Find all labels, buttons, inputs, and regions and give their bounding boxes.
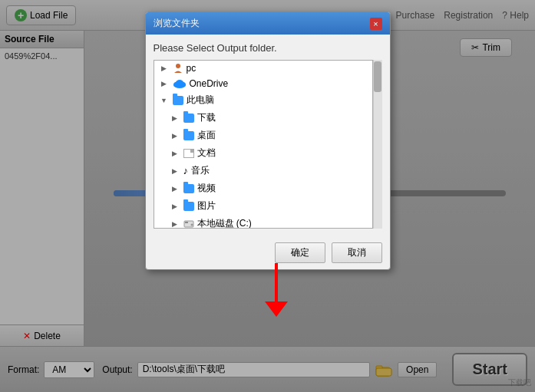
folder-icon-thispc	[173, 96, 183, 105]
modal-overlay: 浏览文件夹 × Please Select Output folder. ▶	[0, 0, 535, 392]
doc-icon	[183, 149, 194, 158]
expand-icon-pc: ▶	[159, 63, 170, 74]
scrollbar-thumb[interactable]	[374, 61, 381, 92]
folder-icon-desktop	[183, 131, 194, 140]
cancel-button[interactable]: 取消	[332, 242, 382, 263]
svg-point-20	[190, 223, 193, 226]
tree-label-onedrive: OneDrive	[190, 78, 229, 89]
tree-item-video[interactable]: ▶ 视频	[154, 180, 372, 197]
tree-scrollbar[interactable]	[373, 60, 382, 229]
tree-label-pictures: 图片	[197, 199, 216, 212]
tree-label-desktop: 桌面	[197, 129, 216, 142]
expand-icon-desktop: ▶	[170, 130, 180, 141]
confirm-button[interactable]: 确定	[275, 242, 325, 263]
drive-c-icon	[183, 219, 194, 229]
expand-icon-video: ▶	[170, 183, 180, 194]
dialog-body: Please Select Output folder. ▶ pc	[146, 35, 390, 236]
tree-item-music[interactable]: ▶ ♪ 音乐	[154, 162, 372, 180]
expand-icon-downloads: ▶	[170, 113, 180, 124]
tree-item-onedrive[interactable]: ▶ OneDrive	[154, 76, 372, 91]
tree-item-pc[interactable]: ▶ pc	[154, 61, 372, 76]
expand-icon-thispc: ▼	[159, 95, 170, 106]
tree-item-drive-c[interactable]: ▶ 本地磁盘 (C:)	[154, 215, 372, 229]
svg-point-17	[176, 80, 183, 86]
person-icon	[173, 63, 183, 74]
dialog-prompt: Please Select Output folder.	[154, 42, 382, 54]
expand-icon-onedrive: ▶	[159, 78, 170, 89]
folder-icon-downloads	[183, 114, 194, 123]
expand-icon-drive-c: ▶	[170, 219, 180, 229]
tree-item-pictures[interactable]: ▶ 图片	[154, 197, 372, 215]
browse-folder-dialog: 浏览文件夹 × Please Select Output folder. ▶	[145, 12, 391, 270]
tree-scroll-wrapper: ▶ pc ▶	[154, 60, 382, 229]
tree-label-video: 视频	[197, 182, 216, 195]
tree-label-downloads: 下载	[197, 111, 216, 124]
music-folder-icon: ♪	[183, 165, 189, 176]
tree-container: ▶ pc ▶	[154, 60, 373, 229]
tree-label-music: 音乐	[191, 164, 210, 177]
folder-icon-pictures	[183, 202, 194, 211]
svg-rect-19	[185, 222, 188, 223]
tree-label-documents: 文档	[197, 147, 216, 160]
dialog-footer: 确定 取消	[146, 236, 390, 269]
app-container: + Load File Purchase Registration ? Help…	[0, 0, 535, 392]
dialog-title: 浏览文件夹	[154, 17, 200, 30]
expand-icon-pictures: ▶	[170, 201, 180, 212]
tree-item-downloads[interactable]: ▶ 下载	[154, 109, 372, 127]
folder-icon-video	[183, 184, 194, 193]
tree-label-thispc: 此电脑	[187, 94, 214, 107]
tree-item-thispc[interactable]: ▼ 此电脑	[154, 91, 372, 109]
expand-icon-documents: ▶	[170, 148, 180, 159]
cloud-icon	[173, 79, 187, 88]
tree-item-desktop[interactable]: ▶ 桌面	[154, 127, 372, 144]
dialog-titlebar: 浏览文件夹 ×	[146, 12, 390, 35]
tree-label-drive-c: 本地磁盘 (C:)	[197, 217, 252, 229]
dialog-close-button[interactable]: ×	[370, 18, 382, 30]
tree-item-documents[interactable]: ▶ 文档	[154, 144, 372, 162]
tree-label-pc: pc	[187, 63, 196, 74]
svg-point-13	[176, 64, 180, 68]
expand-icon-music: ▶	[170, 166, 180, 176]
